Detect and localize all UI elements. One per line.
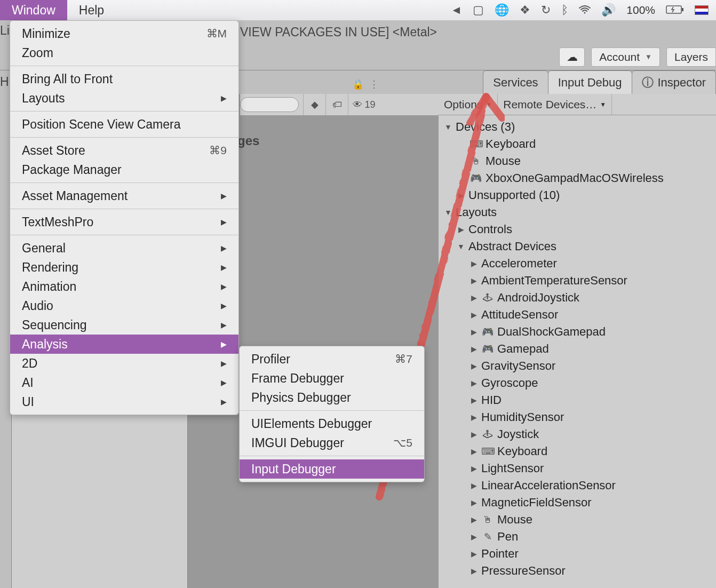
info-icon: ⓘ: [642, 75, 654, 91]
menu-rendering[interactable]: Rendering▶: [10, 258, 238, 277]
submenu-input-debugger[interactable]: Input Debugger: [240, 459, 424, 479]
bluetooth-icon[interactable]: ᛒ: [561, 3, 568, 17]
tree-gyro[interactable]: Gyroscope: [439, 375, 716, 392]
input-debugger-label: Input Debugger: [251, 462, 336, 476]
tree-device-xbox[interactable]: 🎮XboxOneGampadMacOSWireless: [439, 170, 716, 187]
kebab-icon[interactable]: ⋮: [369, 78, 379, 90]
tree-pointer[interactable]: Pointer: [439, 545, 716, 562]
analysis-label: Analysis: [22, 337, 68, 352]
tree-magnetic[interactable]: MagneticFieldSensor: [439, 494, 716, 511]
account-dropdown[interactable]: Account▼: [591, 47, 660, 67]
menu-animation[interactable]: Animation▶: [10, 277, 238, 296]
tag-icon[interactable]: 🏷: [325, 94, 348, 115]
tree-keyboard2[interactable]: ⌨Keyboard: [439, 443, 716, 460]
menu-package-manager[interactable]: Package Manager: [10, 160, 238, 179]
tree-humidity[interactable]: HumiditySensor: [439, 409, 716, 426]
tree-controls[interactable]: Controls: [439, 221, 716, 238]
tree-dualshock[interactable]: 🎮DualShockGamepad: [439, 323, 716, 340]
tree-device-keyboard[interactable]: ⌨Keyboard: [439, 136, 716, 153]
remote-devices-dropdown[interactable]: Remote Devices…▼: [498, 94, 612, 115]
tree-ambient[interactable]: AmbientTemperatureSensor: [439, 272, 716, 289]
lock-icon[interactable]: 🔒: [352, 78, 364, 90]
tree-device-mouse[interactable]: 🖱Mouse: [439, 153, 716, 170]
tree-android-joystick[interactable]: 🕹AndroidJoystick: [439, 289, 716, 306]
two-d-label: 2D: [22, 356, 37, 371]
menu-audio[interactable]: Audio▶: [10, 296, 238, 315]
tree-pressure[interactable]: PressureSensor: [439, 562, 716, 579]
remote-label: Remote Devices…: [503, 98, 596, 111]
battery-icon[interactable]: [666, 3, 684, 17]
menu-zoom[interactable]: Zoom: [10, 43, 238, 62]
chevron-down-icon: ▼: [486, 101, 492, 108]
submenu-arrow-icon: ▶: [221, 359, 227, 368]
menu-bring-front[interactable]: Bring All to Front: [10, 69, 238, 89]
tree-mouse2[interactable]: 🖱Mouse: [439, 511, 716, 528]
menu-position-camera[interactable]: Position Scene View Camera: [10, 115, 238, 134]
eye-off-icon: 👁: [353, 99, 362, 110]
submenu-imgui-debugger[interactable]: IMGUI Debugger⌥5: [240, 433, 424, 452]
window-icon[interactable]: ▢: [473, 3, 484, 17]
pick-icon[interactable]: ◆: [303, 94, 325, 115]
tree-devices-header[interactable]: Devices (3): [439, 118, 716, 136]
rendering-label: Rendering: [22, 260, 78, 275]
menu-analysis[interactable]: Analysis▶: [10, 335, 238, 354]
magnetic-label: MagneticFieldSensor: [481, 496, 592, 510]
input-debug-tree: Devices (3) ⌨Keyboard 🖱Mouse 🎮XboxOneGam…: [439, 115, 716, 588]
hid-label: HID: [481, 393, 502, 407]
gravity-label: GravitySensor: [481, 359, 555, 373]
menu-ai[interactable]: AI▶: [10, 373, 238, 392]
tree-pen[interactable]: ✎Pen: [439, 528, 716, 545]
tree-unsupported[interactable]: Unsupported (10): [439, 187, 716, 204]
flag-icon[interactable]: [695, 5, 709, 15]
tree-linacc[interactable]: LinearAccelerationSensor: [439, 477, 716, 494]
wifi-icon[interactable]: [579, 3, 591, 17]
ai-label: AI: [22, 376, 34, 390]
tree-gravity[interactable]: GravitySensor: [439, 357, 716, 375]
timemachine-icon[interactable]: ↻: [541, 3, 551, 17]
tab-services[interactable]: Services: [483, 70, 548, 94]
unity-icon[interactable]: ◄: [451, 3, 463, 17]
tree-gamepad[interactable]: 🎮Gamepad: [439, 340, 716, 357]
globe-icon[interactable]: 🌐: [495, 3, 509, 17]
layers-dropdown[interactable]: Layers: [666, 47, 716, 67]
submenu-frame-debugger[interactable]: Frame Debugger: [240, 369, 424, 388]
mouse-icon: 🖱: [470, 156, 482, 167]
tree-abstract-devices[interactable]: Abstract Devices: [439, 238, 716, 255]
mouse2-label: Mouse: [497, 513, 532, 527]
ui-label: UI: [22, 395, 34, 409]
layouts-label: Layouts: [22, 91, 65, 106]
menu-asset-store[interactable]: Asset Store⌘9: [10, 141, 238, 160]
dropbox-icon[interactable]: ❖: [520, 3, 530, 17]
menu-layouts[interactable]: Layouts▶: [10, 89, 238, 108]
menu-sequencing[interactable]: Sequencing▶: [10, 315, 238, 335]
menu-general[interactable]: General▶: [10, 239, 238, 258]
submenu-physics-debugger[interactable]: Physics Debugger: [240, 388, 424, 407]
tree-layouts[interactable]: Layouts: [439, 204, 716, 221]
menu-textmeshpro[interactable]: TextMeshPro▶: [10, 212, 238, 232]
tree-hid[interactable]: HID: [439, 392, 716, 409]
tree-attitude[interactable]: AttitudeSensor: [439, 306, 716, 323]
submenu-arrow-icon: ▶: [221, 263, 227, 272]
menu-ui[interactable]: UI▶: [10, 392, 238, 411]
options-dropdown[interactable]: Options▼: [439, 94, 498, 115]
submenu-profiler[interactable]: Profiler⌘7: [240, 349, 424, 369]
menubar-help[interactable]: Help: [67, 0, 116, 20]
menubar-window[interactable]: Window: [0, 0, 67, 20]
search-input[interactable]: [240, 97, 299, 112]
hidden-count[interactable]: 👁19: [348, 94, 380, 115]
tree-accelerometer[interactable]: Accelerometer: [439, 255, 716, 272]
tab-inspector[interactable]: ⓘInspector: [632, 70, 717, 94]
menu-2d[interactable]: 2D▶: [10, 354, 238, 373]
analysis-submenu: Profiler⌘7 Frame Debugger Physics Debugg…: [239, 346, 425, 482]
accelerometer-label: Accelerometer: [481, 257, 557, 271]
submenu-arrow-icon: ▶: [221, 398, 227, 406]
volume-icon[interactable]: 🔊: [601, 3, 616, 17]
tree-joystick[interactable]: 🕹Joystick: [439, 426, 716, 443]
tree-light[interactable]: LightSensor: [439, 460, 716, 477]
menu-asset-management[interactable]: Asset Management▶: [10, 186, 238, 205]
submenu-uielements-debugger[interactable]: UIElements Debugger: [240, 414, 424, 433]
menu-minimize[interactable]: Minimize⌘M: [10, 24, 238, 43]
cloud-button[interactable]: ☁: [559, 47, 585, 67]
tab-input-debug[interactable]: Input Debug: [548, 70, 632, 94]
menu-separator: [10, 137, 238, 138]
